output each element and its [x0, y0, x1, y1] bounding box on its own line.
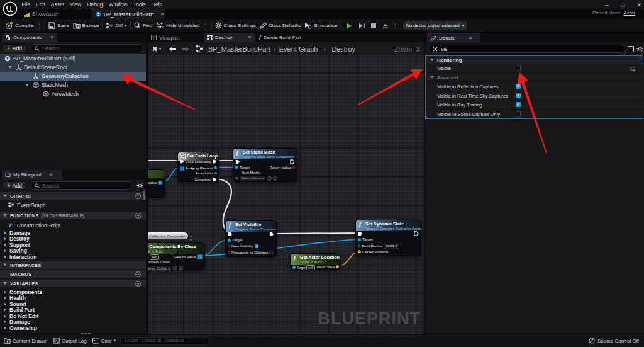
svg-text:?: ?	[10, 21, 13, 26]
